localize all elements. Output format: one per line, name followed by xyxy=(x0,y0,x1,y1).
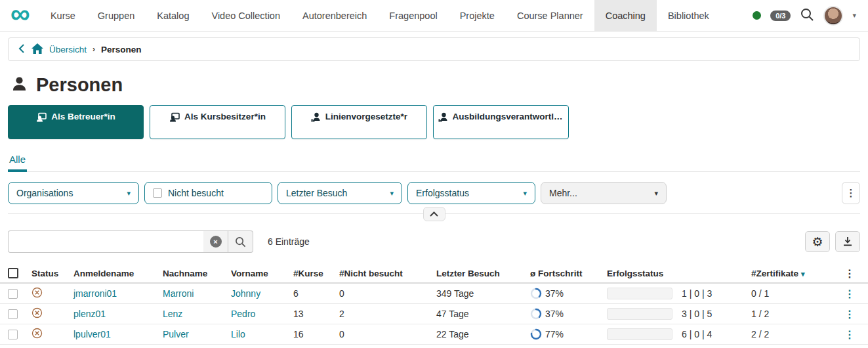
table-settings-button[interactable]: ⚙ xyxy=(805,231,830,252)
supervisor-icon xyxy=(311,112,321,122)
col-kurse[interactable]: #Kurse xyxy=(289,269,335,278)
row-checkbox[interactable] xyxy=(8,330,18,339)
col-nachname[interactable]: Nachname xyxy=(159,269,227,278)
progress-circle-icon xyxy=(530,288,542,299)
role-button-linienvorgesetzte[interactable]: Linienvorgesetzte*r xyxy=(291,105,427,139)
courses-count: 13 xyxy=(289,309,335,319)
nav-items: Kurse Gruppen Katalog Video Collection A… xyxy=(39,0,720,31)
table-search-input[interactable] xyxy=(8,230,203,253)
firstname-link[interactable]: Pedro xyxy=(227,309,289,319)
progress-circle-icon xyxy=(530,308,542,320)
online-status-dot xyxy=(753,11,761,20)
table-header-row: Status Anmeldename Nachname Vorname #Kur… xyxy=(0,264,868,284)
select-all-checkbox[interactable] xyxy=(8,268,18,278)
col-fortschritt[interactable]: ø Fortschritt xyxy=(526,269,603,278)
column-options-button[interactable]: ⋮ xyxy=(844,267,868,280)
firstname-link[interactable]: Johnny xyxy=(227,288,289,299)
search-icon[interactable] xyxy=(800,7,814,24)
nav-item-gruppen[interactable]: Gruppen xyxy=(87,0,146,31)
close-icon: × xyxy=(213,238,217,246)
nav-item-autorenbereich[interactable]: Autorenbereich xyxy=(291,0,378,31)
lastname-link[interactable]: Lenz xyxy=(159,309,227,319)
firstname-link[interactable]: Lilo xyxy=(227,329,289,339)
row-actions-button[interactable]: ⋮ xyxy=(844,328,868,341)
filter-organisations[interactable]: Organisations ▾ xyxy=(8,182,139,204)
openolat-logo[interactable]: ∞ xyxy=(0,0,39,31)
lastname-link[interactable]: Pulver xyxy=(159,329,227,339)
status-failed-icon xyxy=(28,287,70,300)
success-counts: 6 | 0 | 4 xyxy=(682,329,712,339)
user-avatar[interactable] xyxy=(823,6,843,26)
submit-search-button[interactable] xyxy=(228,230,253,253)
col-anmeldename[interactable]: Anmeldename xyxy=(70,269,159,278)
role-button-betreuer[interactable]: Als Betreuer*in xyxy=(8,105,144,139)
progress-indicator: 77% xyxy=(526,328,603,340)
filter-letzter-besuch[interactable]: Letzter Besuch ▾ xyxy=(278,182,402,204)
filter-more-options-button[interactable]: ⋮ xyxy=(842,182,860,204)
col-letzter-besuch[interactable]: Letzter Besuch xyxy=(432,269,526,278)
coach-icon xyxy=(36,112,47,122)
breadcrumb-current: Personen xyxy=(101,45,142,54)
download-icon xyxy=(842,236,853,247)
row-actions-button[interactable]: ⋮ xyxy=(844,288,868,300)
role-button-ausbildungsverantwortliche[interactable]: Ausbildungsverantwortli… xyxy=(433,105,569,139)
breadcrumb-uebersicht-link[interactable]: Übersicht xyxy=(49,45,87,54)
nav-right-section: 0/3 ▾ xyxy=(753,0,868,31)
user-menu-caret-icon[interactable]: ▾ xyxy=(852,11,856,20)
back-icon[interactable] xyxy=(18,44,26,55)
nav-item-video-collection[interactable]: Video Collection xyxy=(200,0,291,31)
segment-tabs: Alle xyxy=(8,154,860,172)
success-counts: 1 | 0 | 3 xyxy=(682,288,712,299)
username-link[interactable]: plenz01 xyxy=(70,309,159,319)
sort-desc-icon: ▾ xyxy=(801,270,805,278)
search-icon xyxy=(235,236,246,248)
row-checkbox[interactable] xyxy=(8,309,18,319)
nav-item-bibliothek[interactable]: Bibliothek xyxy=(657,0,720,31)
home-icon[interactable] xyxy=(31,43,43,56)
success-counts: 3 | 0 | 5 xyxy=(682,309,712,319)
row-actions-button[interactable]: ⋮ xyxy=(844,308,868,320)
lastname-link[interactable]: Marroni xyxy=(159,288,227,299)
toolbar-actions: ⚙ xyxy=(805,231,860,252)
table-row: jmarroni01 Marroni Johnny 6 0 349 Tage 3… xyxy=(0,284,868,304)
progress-circle-icon xyxy=(530,328,542,340)
col-vorname[interactable]: Vorname xyxy=(227,269,289,278)
dots-vertical-icon: ⋮ xyxy=(846,187,856,199)
role-button-label: Als Kursbesitzer*in xyxy=(184,112,266,121)
dots-vertical-icon: ⋮ xyxy=(844,288,855,299)
gear-icon: ⚙ xyxy=(812,236,823,248)
col-status[interactable]: Status xyxy=(28,269,70,278)
col-nicht-besucht[interactable]: #Nicht besucht xyxy=(335,269,432,278)
filter-erfolgsstatus[interactable]: Erfolgsstatus ▾ xyxy=(407,182,535,204)
filter-nicht-besucht[interactable]: Nicht besucht xyxy=(144,182,272,204)
page-header: Personen xyxy=(10,74,860,96)
nav-item-fragenpool[interactable]: Fragenpool xyxy=(378,0,448,31)
nav-item-kurse[interactable]: Kurse xyxy=(39,0,87,31)
nav-item-course-planner[interactable]: Course Planner xyxy=(506,0,594,31)
clear-search-button[interactable]: × xyxy=(203,230,228,253)
status-failed-icon xyxy=(28,328,70,341)
role-button-kursbesitzer[interactable]: Als Kursbesitzer*in xyxy=(150,105,285,139)
progress-label: 77% xyxy=(545,329,564,339)
nicht-besucht-checkbox[interactable] xyxy=(153,188,162,198)
collapse-filters-button[interactable] xyxy=(423,207,445,221)
notification-counter-badge[interactable]: 0/3 xyxy=(770,11,791,21)
caret-down-icon: ▾ xyxy=(523,189,527,198)
tab-alle[interactable]: Alle xyxy=(8,154,27,172)
nav-item-katalog[interactable]: Katalog xyxy=(146,0,200,31)
download-button[interactable] xyxy=(835,231,860,252)
infinity-icon: ∞ xyxy=(10,1,30,27)
dots-vertical-icon: ⋮ xyxy=(844,329,855,340)
col-zertifikate[interactable]: #Zertifikate▾ xyxy=(742,269,816,278)
last-visit: 47 Tage xyxy=(432,309,526,319)
row-checkbox[interactable] xyxy=(8,289,18,299)
filter-mehr[interactable]: Mehr... ▾ xyxy=(541,182,667,204)
username-link[interactable]: lpulver01 xyxy=(70,329,159,339)
status-failed-icon xyxy=(28,307,70,320)
col-erfolgsstatus[interactable]: Erfolgsstatus xyxy=(603,269,742,278)
entries-count: 6 Einträge xyxy=(268,236,310,247)
nav-item-coaching[interactable]: Coaching xyxy=(594,0,657,31)
nav-item-projekte[interactable]: Projekte xyxy=(449,0,506,31)
username-link[interactable]: jmarroni01 xyxy=(70,288,159,299)
person-icon xyxy=(10,75,28,95)
